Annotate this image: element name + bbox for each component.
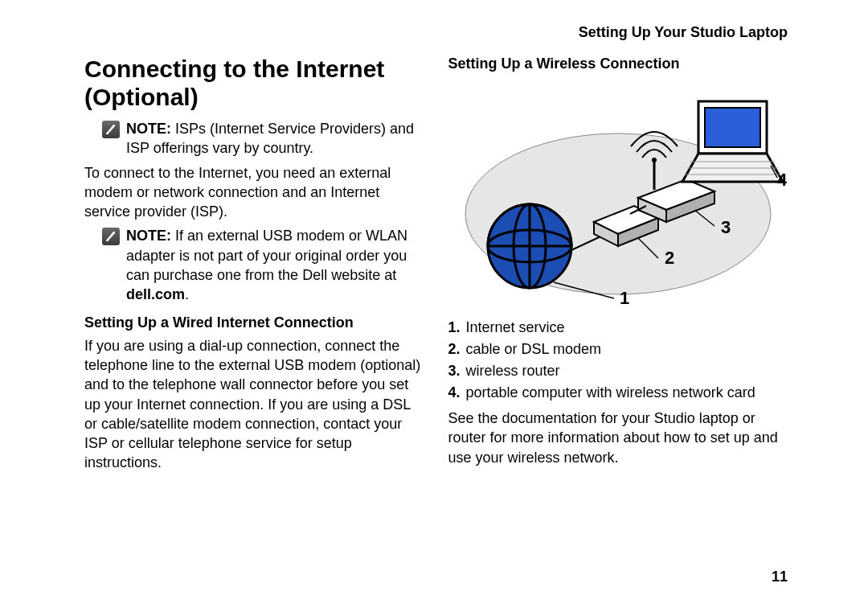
subhead-wired: Setting Up a Wired Internet Connection — [84, 314, 424, 331]
laptop-icon — [682, 101, 783, 182]
note-label: NOTE: — [126, 228, 171, 244]
legend-list: 1. Internet service 2. cable or DSL mode… — [448, 317, 788, 404]
diagram-label-1: 1 — [620, 288, 629, 308]
note-icon — [102, 121, 120, 138]
svg-rect-0 — [106, 133, 108, 134]
legend-text: wireless router — [466, 360, 560, 382]
diagram-label-2: 2 — [665, 248, 674, 268]
legend-item: 2. cable or DSL modem — [448, 339, 788, 360]
paragraph-1: To connect to the Internet, you need an … — [84, 163, 424, 222]
left-column: Connecting to the Internet (Optional) NO… — [84, 55, 424, 592]
legend-num: 4. — [448, 382, 466, 404]
section-header: Setting Up Your Studio Laptop — [84, 24, 788, 41]
legend-text: Internet service — [466, 317, 565, 339]
page-number: 11 — [772, 569, 788, 585]
note-icon — [102, 228, 120, 245]
globe-icon — [488, 204, 571, 288]
right-column: Setting Up a Wireless Connection — [448, 55, 788, 592]
legend-item: 4. portable computer with wireless netwo… — [448, 382, 788, 404]
two-column-layout: Connecting to the Internet (Optional) NO… — [84, 55, 788, 592]
note-block-2: NOTE: If an external USB modem or WLAN a… — [102, 226, 424, 304]
diagram-label-4: 4 — [777, 170, 787, 190]
svg-rect-1 — [106, 240, 108, 241]
page-container: Setting Up Your Studio Laptop Connecting… — [0, 0, 868, 616]
paragraph-2: If you are using a dial-up connection, c… — [84, 336, 424, 473]
title-line-2: (Optional) — [84, 84, 199, 110]
note-link: dell.com — [126, 286, 185, 302]
note-text-1: NOTE: ISPs (Internet Service Providers) … — [126, 119, 424, 158]
legend-num: 2. — [448, 339, 466, 360]
legend-num: 1. — [448, 317, 466, 339]
page-title: Connecting to the Internet (Optional) — [84, 55, 424, 111]
legend-text: portable computer with wireless network … — [466, 382, 755, 404]
subhead-wireless: Setting Up a Wireless Connection — [448, 55, 788, 72]
svg-point-10 — [652, 158, 657, 162]
note-body-b: . — [185, 286, 189, 302]
legend-item: 1. Internet service — [448, 317, 788, 339]
legend-num: 3. — [448, 360, 466, 382]
note-block-1: NOTE: ISPs (Internet Service Providers) … — [102, 119, 424, 158]
legend-item: 3. wireless router — [448, 360, 788, 382]
note-label: NOTE: — [126, 121, 171, 137]
legend-text: cable or DSL modem — [466, 339, 601, 360]
title-line-1: Connecting to the Internet — [84, 55, 384, 82]
diagram-label-3: 3 — [721, 217, 731, 237]
note-text-2: NOTE: If an external USB modem or WLAN a… — [126, 226, 424, 304]
paragraph-right-1: See the documentation for your Studio la… — [448, 409, 788, 467]
diagram-svg: 1 2 3 4 — [449, 77, 787, 310]
wireless-diagram: 1 2 3 4 — [448, 77, 788, 310]
svg-rect-12 — [705, 108, 760, 147]
